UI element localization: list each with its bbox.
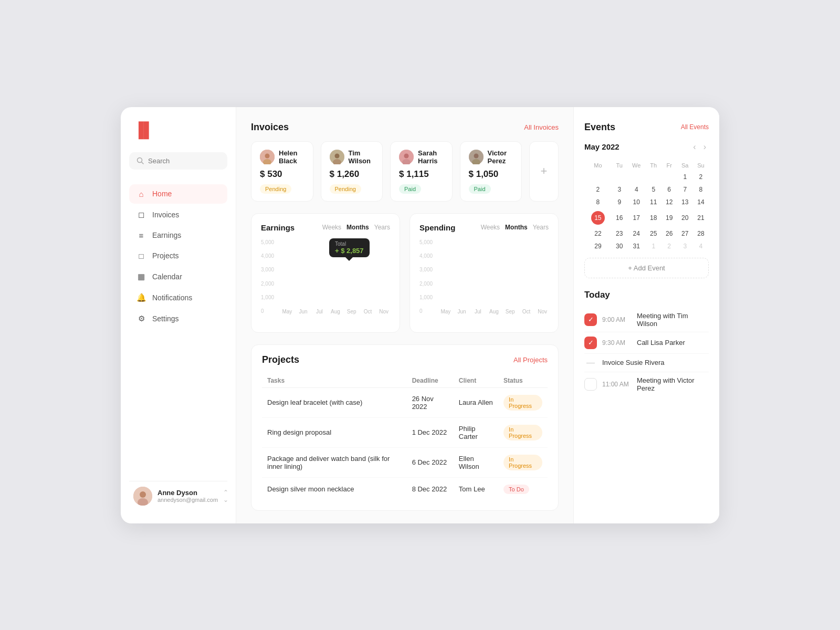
bar-label-nov: Nov [379,309,388,314]
calendar-day[interactable]: 26 [662,227,677,240]
spending-bar-nov: Nov [536,306,549,314]
today-label-1: Call Lisa Parker [637,339,685,346]
calendar-day[interactable]: 8 [693,183,709,196]
earnings-tooltip: Total + $ 2,857 [329,238,370,257]
calendar-day[interactable]: 24 [627,227,646,240]
invoice-card-3[interactable]: Victor Perez $ 1,050 Paid [460,141,522,202]
calendar-prev-button[interactable]: ‹ [690,141,698,153]
calendar-day[interactable]: 21 [693,208,709,227]
calendar-day[interactable]: 28 [693,227,709,240]
calendar-day[interactable]: 2 [693,171,709,183]
calendar-day[interactable]: 14 [693,196,709,208]
client-2: Ellen Wilson [454,447,498,477]
calendar-day[interactable]: 6 [662,183,677,196]
search-input[interactable] [148,157,220,165]
earnings-tab-weeks[interactable]: Weeks [322,224,341,231]
spending-tab-months[interactable]: Months [505,224,528,231]
calendar-day[interactable]: 13 [677,196,693,208]
all-events-link[interactable]: All Events [681,123,709,131]
calendar-day[interactable]: 3 [612,183,627,196]
calendar-day[interactable]: 22 [584,227,612,240]
calendar-day[interactable]: 8 [584,196,612,208]
calendar-day[interactable]: 29 [584,240,612,253]
invoices-link[interactable]: All Invoices [524,123,559,131]
calendar-day[interactable] [612,171,627,183]
bar-label-sep: Sep [347,309,356,314]
calendar-day[interactable]: 19 [662,208,677,227]
calendar-day[interactable]: 2 [662,240,677,253]
calendar-day[interactable]: 16 [612,208,627,227]
sidebar-item-settings[interactable]: ⚙ Settings [129,309,227,329]
sp-label-sep: Sep [506,309,515,314]
bar-label-aug: Aug [331,309,340,314]
earnings-tab-years[interactable]: Years [374,224,390,231]
user-chevron-icon[interactable]: ⌃⌄ [223,489,228,503]
logo: ▐▌ [129,122,227,139]
sp-label-jun: Jun [458,309,466,314]
cal-day-sa: Sa [677,160,693,171]
calendar-day[interactable] [627,171,646,183]
person-avatar-1 [330,150,344,164]
sidebar-item-earnings[interactable]: ≡ Earnings [129,226,227,245]
search-box[interactable] [129,152,227,170]
calendar-day[interactable]: 12 [662,196,677,208]
calendar-day[interactable]: 18 [646,208,662,227]
invoice-name-1: Tim Wilson [349,149,374,165]
today-item-1[interactable]: ✓9:30 AMCall Lisa Parker [584,332,709,354]
calendar-next-button[interactable]: › [701,141,709,153]
sidebar-label-notifications: Notifications [152,293,192,302]
sidebar-item-projects[interactable]: □ Projects [129,246,227,266]
calendar-day[interactable]: 30 [612,240,627,253]
calendar-day[interactable]: 3 [677,240,693,253]
calendar-day[interactable]: 17 [627,208,646,227]
today-item-0[interactable]: ✓9:00 AMMeeting with Tim Wilson [584,308,709,332]
calendar-day[interactable] [662,171,677,183]
today-item-3[interactable]: 11:00 AMMeeting with Victor Perez [584,372,709,396]
invoice-card-1[interactable]: Tim Wilson $ 1,260 Pending [321,141,383,202]
calendar-day[interactable]: 7 [677,183,693,196]
calendar-grid: Mo Tu We Th Fr Sa Su 1223456788910111213… [584,160,709,253]
deadline-1: 1 Dec 2022 [407,417,454,447]
add-event-button[interactable]: + Add Event [584,258,709,278]
earnings-chart-area: 5,000 4,000 3,000 2,000 1,000 0 Total + … [261,239,390,326]
settings-icon: ⚙ [136,314,146,323]
calendar-day[interactable]: 2 [584,183,612,196]
client-1: Philip Carter [454,417,498,447]
invoice-add-card[interactable]: + [529,141,559,202]
calendar-day[interactable]: 4 [627,183,646,196]
invoice-card-0[interactable]: Helen Black $ 530 Pending [251,141,313,202]
calendar-day[interactable] [646,171,662,183]
table-row: Design silver moon necklace 8 Dec 2022 T… [262,477,548,501]
user-profile[interactable]: Anne Dyson annedyson@gmail.com ⌃⌄ [129,481,227,511]
invoice-person-1: Tim Wilson [330,149,374,165]
sidebar-item-calendar[interactable]: ▦ Calendar [129,267,227,287]
calendar-day[interactable]: 1 [646,240,662,253]
user-email: annedyson@gmail.com [158,497,218,503]
spending-tab-weeks[interactable]: Weeks [481,224,500,231]
calendar-day[interactable]: 4 [693,240,709,253]
home-icon: ⌂ [136,190,146,198]
spending-tab-years[interactable]: Years [533,224,549,231]
calendar-day[interactable]: 27 [677,227,693,240]
y-label-1000: 1,000 [261,295,274,300]
sidebar-item-home[interactable]: ⌂ Home [129,184,227,204]
calendar-day[interactable]: 31 [627,240,646,253]
calendar-day[interactable] [584,171,612,183]
invoice-card-2[interactable]: Sarah Harris $ 1,115 Paid [390,141,453,202]
earnings-tab-months[interactable]: Months [346,224,369,231]
calendar-day[interactable]: 9 [612,196,627,208]
calendar-day[interactable]: 25 [646,227,662,240]
calendar-day[interactable]: 20 [677,208,693,227]
calendar-day[interactable]: 23 [612,227,627,240]
projects-link[interactable]: All Projects [513,356,548,364]
sidebar-item-invoices[interactable]: ◻ Invoices [129,205,227,225]
calendar-day[interactable]: 15 [584,208,612,227]
col-tasks: Tasks [262,374,407,388]
calendar-day[interactable]: 10 [627,196,646,208]
user-name: Anne Dyson [158,489,218,497]
calendar-day[interactable]: 11 [646,196,662,208]
sidebar-item-notifications[interactable]: 🔔 Notifications [129,288,227,308]
calendar-day[interactable]: 1 [677,171,693,183]
calendar-day[interactable]: 5 [646,183,662,196]
today-item-2[interactable]: —Invoice Susie Rivera [584,354,709,372]
